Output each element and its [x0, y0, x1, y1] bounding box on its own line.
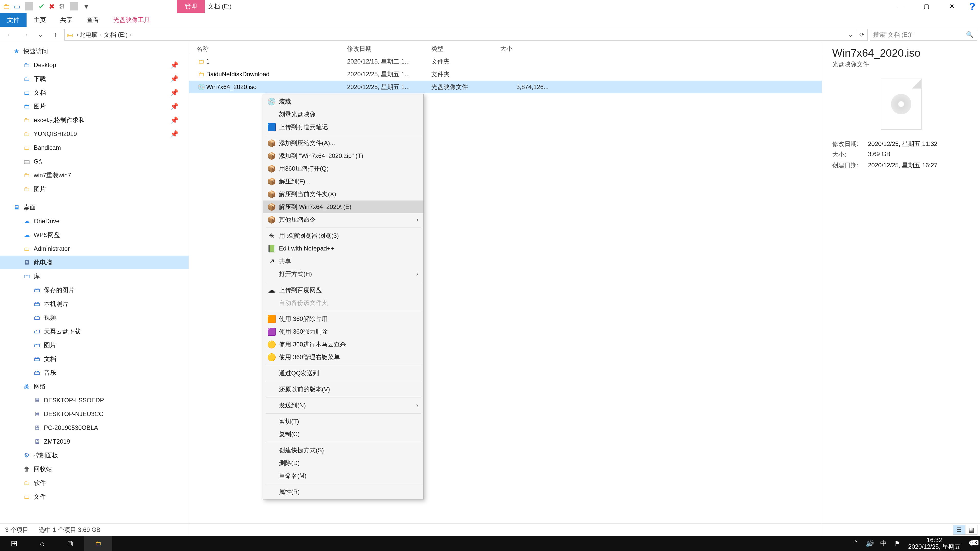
ribbon-tab-share[interactable]: 共享 — [53, 13, 80, 27]
up-button[interactable]: ↑ — [49, 29, 62, 41]
context-menu-item[interactable]: 📦解压到当前文件夹(X) — [263, 188, 423, 200]
tree-item[interactable]: 🗀YUNQISHI2019📌 — [0, 127, 189, 141]
context-menu-item[interactable]: 复制(C) — [263, 428, 423, 441]
taskbar-clock[interactable]: 16:32 2020/12/25, 星期五 — [904, 537, 965, 550]
context-menu-item[interactable]: ↗共享 — [263, 255, 423, 268]
context-menu-item[interactable]: 发送到(N)› — [263, 399, 423, 412]
tree-item[interactable]: 🗃库 — [0, 269, 189, 283]
breadcrumb-segment[interactable]: 文档 (E:) — [104, 30, 127, 39]
context-menu-item[interactable]: 打开方式(H)› — [263, 268, 423, 280]
breadcrumb-segment[interactable]: 此电脑 — [80, 30, 98, 39]
context-menu-item[interactable]: 🟪使用 360强力删除 — [263, 325, 423, 338]
tray-overflow[interactable]: ˄ — [849, 540, 863, 548]
help-button[interactable]: ? — [965, 0, 980, 13]
tree-item[interactable]: 🗀图片📌 — [0, 100, 189, 113]
context-menu-item[interactable]: 📦用360压缩打开(Q) — [263, 162, 423, 175]
tree-item[interactable]: 🗀Bandicam — [0, 141, 189, 155]
view-details-button[interactable]: ☰ — [953, 525, 965, 535]
context-menu-item[interactable]: 📦解压到(F)... — [263, 175, 423, 188]
tree-item[interactable]: 🗀win7重装win7 — [0, 168, 189, 182]
tree-item[interactable]: 🗀文档📌 — [0, 86, 189, 100]
back-button[interactable]: ← — [3, 29, 16, 41]
start-button[interactable]: ⊞ — [0, 536, 28, 551]
tree-item[interactable]: 🗀excel表格制作求和📌 — [0, 113, 189, 127]
dropdown-icon[interactable]: ▾ — [82, 2, 90, 11]
tree-item[interactable]: 🖥PC-20190530OBLA — [0, 421, 189, 435]
ribbon-tab-disc-tools[interactable]: 光盘映像工具 — [106, 13, 157, 27]
close-red-icon[interactable]: ✖ — [48, 2, 56, 11]
column-headers[interactable]: 名称 修改日期 类型 大小 — [189, 42, 822, 55]
taskbar-explorer[interactable]: 🗀 — [84, 536, 112, 551]
file-row[interactable]: 🗀 1 2020/12/15, 星期二 1... 文件夹 — [189, 55, 822, 68]
context-menu[interactable]: 💿装载刻录光盘映像🟦上传到有道云笔记📦添加到压缩文件(A)...📦添加到 "Wi… — [263, 94, 424, 499]
tree-item[interactable]: 🖴G:\ — [0, 155, 189, 168]
contextual-tab-manage[interactable]: 管理 — [177, 0, 205, 13]
tree-quick-access[interactable]: ★ 快速访问 — [0, 44, 189, 58]
ribbon-tab-view[interactable]: 查看 — [80, 13, 106, 27]
tree-recycle[interactable]: 🗑 回收站 — [0, 462, 189, 476]
tree-item[interactable]: 🖥DESKTOP-LSSOEDP — [0, 393, 189, 407]
breadcrumb-box[interactable]: 🖴 › 此电脑 › 文档 (E:) › ⌄ ⟳ — [64, 29, 868, 41]
task-view-button[interactable]: ⧉ — [56, 536, 84, 551]
close-button[interactable]: ✕ — [939, 0, 965, 13]
tree-item[interactable]: ☁OneDrive — [0, 214, 189, 228]
context-menu-item[interactable]: 📗Edit with Notepad++ — [263, 242, 423, 255]
tree-item[interactable]: 🗃音乐 — [0, 366, 189, 380]
forward-button[interactable]: → — [18, 29, 32, 41]
tree-item[interactable]: 🗃保存的图片 — [0, 283, 189, 297]
taskbar[interactable]: ⊞ ⌕ ⧉ 🗀 ˄ 🔊 中 ⚑ 16:32 2020/12/25, 星期五 💬3 — [0, 536, 980, 551]
search-input[interactable]: 搜索"文档 (E:)" 🔍 — [870, 29, 977, 41]
ribbon-tab-home[interactable]: 主页 — [27, 13, 53, 27]
view-icons-button[interactable]: ▦ — [965, 525, 977, 535]
tree-item[interactable]: 🗃本机照片 — [0, 297, 189, 311]
minimize-button[interactable]: — — [888, 0, 914, 13]
check-icon[interactable]: ✔ — [37, 2, 45, 11]
file-row[interactable]: 💿 Win7x64_2020.iso 2020/12/25, 星期五 1... … — [189, 81, 822, 94]
volume-icon[interactable]: 🔊 — [863, 540, 877, 548]
context-menu-item[interactable]: 属性(R) — [263, 486, 423, 498]
context-menu-item[interactable]: 还原以前的版本(V) — [263, 383, 423, 395]
ime-indicator[interactable]: 中 — [877, 539, 891, 548]
save-icon[interactable]: ▭ — [13, 2, 21, 11]
ribbon-tab-file[interactable]: 文件 — [0, 13, 27, 27]
context-menu-item[interactable]: 通过QQ发送到 — [263, 367, 423, 380]
options-icon[interactable]: ⚙ — [58, 2, 66, 11]
tree-item[interactable]: 🗀Desktop📌 — [0, 58, 189, 72]
tree-item[interactable]: 🖥DESKTOP-NJEU3CG — [0, 407, 189, 421]
search-button[interactable]: ⌕ — [28, 536, 56, 551]
context-menu-item[interactable]: 🟧使用 360解除占用 — [263, 313, 423, 325]
tree-item[interactable]: 🗃图片 — [0, 338, 189, 352]
tree-item[interactable]: 🗀Administrator — [0, 242, 189, 256]
tree-item[interactable]: 🗃文档 — [0, 352, 189, 366]
context-menu-item[interactable]: ✳用 蜂蜜浏览器 浏览(3) — [263, 229, 423, 242]
context-menu-item[interactable]: 💿装载 — [263, 95, 423, 108]
context-menu-item[interactable]: 刻录光盘映像 — [263, 108, 423, 121]
context-menu-item[interactable]: 📦添加到压缩文件(A)... — [263, 137, 423, 149]
context-menu-item[interactable]: 删除(D) — [263, 457, 423, 469]
security-icon[interactable]: ⚑ — [891, 540, 904, 548]
navigation-tree[interactable]: ★ 快速访问 🗀Desktop📌🗀下载📌🗀文档📌🗀图片📌🗀excel表格制作求和… — [0, 42, 189, 536]
context-menu-item[interactable]: 重命名(M) — [263, 469, 423, 482]
tree-network[interactable]: 🖧 网络 — [0, 380, 189, 393]
context-menu-item[interactable]: 📦其他压缩命令› — [263, 213, 423, 226]
tree-desktop[interactable]: 🖥 桌面 — [0, 200, 189, 214]
context-menu-item[interactable]: ☁上传到百度网盘 — [263, 284, 423, 297]
col-name[interactable]: 名称 — [197, 44, 347, 53]
tree-item[interactable]: 🗀图片 — [0, 182, 189, 196]
file-row[interactable]: 🗀 BaiduNetdiskDownload 2020/12/25, 星期五 1… — [189, 68, 822, 81]
tree-files[interactable]: 🗀 文件 — [0, 490, 189, 503]
action-center[interactable]: 💬3 — [965, 540, 980, 547]
tree-software[interactable]: 🗀 软件 — [0, 476, 189, 490]
recent-dropdown[interactable]: ⌄ — [34, 29, 47, 41]
tree-control-panel[interactable]: ⚙ 控制面板 — [0, 448, 189, 462]
context-menu-item[interactable]: 📦解压到 Win7x64_2020\ (E) — [263, 200, 423, 213]
maximize-button[interactable]: ▢ — [914, 0, 939, 13]
context-menu-item[interactable]: 🟡使用 360进行木马云查杀 — [263, 338, 423, 351]
col-type[interactable]: 类型 — [431, 44, 500, 53]
context-menu-item[interactable]: 📦添加到 "Win7x64_2020.zip" (T) — [263, 149, 423, 162]
refresh-button[interactable]: ⟳ — [856, 29, 867, 40]
tree-item[interactable]: ☁WPS网盘 — [0, 228, 189, 242]
col-date[interactable]: 修改日期 — [347, 44, 431, 53]
tree-item[interactable]: 🖥ZMT2019 — [0, 435, 189, 448]
tree-item[interactable]: 🖥此电脑 — [0, 256, 189, 269]
